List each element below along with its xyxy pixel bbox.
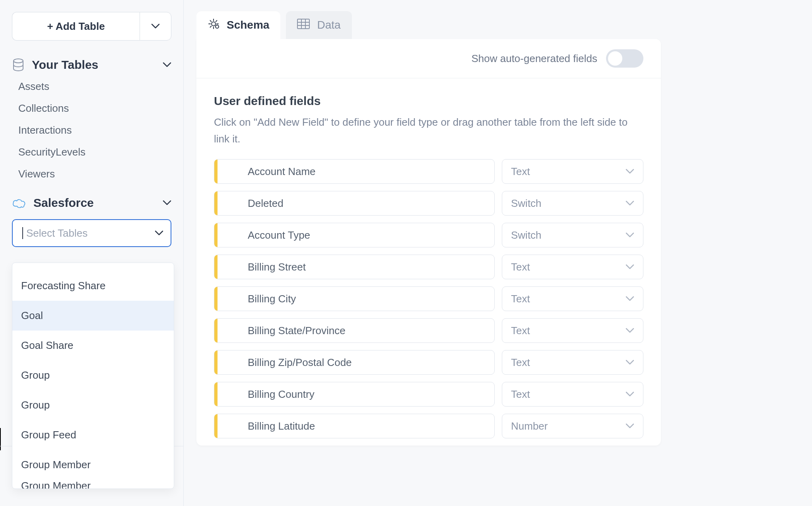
field-accent-bar — [214, 414, 218, 438]
field-accent-bar — [214, 382, 218, 406]
main-content: Schema Data Show auto-generated fields — [184, 0, 812, 506]
panel: Show auto-generated fields User defined … — [196, 39, 661, 446]
field-name-text: Account Name — [248, 165, 316, 178]
field-accent-bar — [214, 223, 218, 247]
salesforce-section-header[interactable]: Salesforce — [12, 192, 171, 214]
field-name-cell[interactable]: Account Name — [214, 159, 495, 184]
add-table-button[interactable]: + Add Table — [12, 12, 140, 41]
dropdown-item-partial — [12, 263, 174, 271]
field-name-cell[interactable]: Billing City — [214, 286, 495, 311]
dropdown-item[interactable]: Group — [12, 390, 174, 420]
select-tables-input[interactable]: Select Tables — [12, 219, 171, 247]
svg-point-2 — [216, 25, 219, 28]
field-name-cell[interactable]: Account Type — [214, 223, 495, 247]
field-type-text: Switch — [511, 229, 626, 241]
field-name-cell[interactable]: Billing Country — [214, 382, 495, 407]
field-type-select[interactable]: Text — [502, 382, 643, 407]
field-type-text: Number — [511, 420, 626, 432]
field-name-text: Billing Country — [248, 388, 315, 401]
database-icon — [12, 58, 25, 71]
chevron-down-icon — [151, 23, 160, 29]
dropdown-item[interactable]: Group Member — [12, 450, 174, 480]
field-type-text: Text — [511, 165, 626, 178]
dropdown-item[interactable]: Group Feed — [12, 420, 174, 450]
field-row: Billing LatitudeNumber — [214, 414, 643, 438]
field-name-text: Deleted — [248, 197, 284, 210]
chevron-down-icon — [163, 200, 171, 206]
chevron-down-icon — [626, 200, 634, 206]
field-row: Billing StreetText — [214, 255, 643, 279]
field-row: Account NameText — [214, 159, 643, 184]
field-type-select[interactable]: Switch — [502, 223, 643, 247]
dropdown-item[interactable]: Goal Share — [12, 331, 174, 360]
field-type-select[interactable]: Text — [502, 350, 643, 375]
sidebar-item-table[interactable]: SecurityLevels — [12, 141, 171, 163]
chevron-down-icon — [626, 360, 634, 365]
chevron-down-icon — [626, 169, 634, 174]
field-row: Billing CountryText — [214, 382, 643, 407]
dropdown-item[interactable]: Group — [12, 360, 174, 390]
field-name-text: Account Type — [248, 229, 310, 241]
salesforce-title: Salesforce — [33, 196, 155, 210]
field-type-select[interactable]: Text — [502, 286, 643, 311]
field-type-text: Text — [511, 388, 626, 401]
field-type-text: Text — [511, 356, 626, 369]
field-accent-bar — [214, 350, 218, 374]
svg-rect-3 — [297, 19, 309, 29]
chevron-down-icon — [626, 232, 634, 238]
field-row: Billing CityText — [214, 286, 643, 311]
sidebar-item-table[interactable]: Assets — [12, 76, 171, 97]
field-type-select[interactable]: Text — [502, 318, 643, 343]
tab-schema-label: Schema — [227, 19, 269, 31]
field-row: Account TypeSwitch — [214, 223, 643, 247]
field-type-select[interactable]: Text — [502, 159, 643, 184]
auto-generated-toggle-label: Show auto-generated fields — [471, 53, 597, 65]
dropdown-item-partial: Group Member — [12, 480, 174, 488]
tab-data[interactable]: Data — [286, 11, 352, 39]
chevron-down-icon — [626, 296, 634, 302]
chevron-down-icon — [155, 230, 163, 236]
sidebar-item-table[interactable]: Viewers — [12, 163, 171, 185]
field-name-cell[interactable]: Billing Street — [214, 255, 495, 279]
tab-data-label: Data — [317, 19, 340, 31]
chevron-down-icon — [626, 328, 634, 333]
field-name-text: Billing Latitude — [248, 420, 315, 432]
field-type-select[interactable]: Text — [502, 255, 643, 279]
field-accent-bar — [214, 160, 218, 183]
chevron-down-icon — [626, 423, 634, 429]
toggle-knob — [608, 51, 622, 66]
your-tables-section-header[interactable]: Your Tables — [12, 54, 171, 76]
field-name-cell[interactable]: Billing Latitude — [214, 414, 495, 438]
dropdown-item[interactable]: Goal — [12, 301, 174, 331]
field-name-cell[interactable]: Billing State/Province — [214, 318, 495, 343]
field-type-select[interactable]: Switch — [502, 191, 643, 216]
add-table-dropdown-button[interactable] — [140, 12, 171, 41]
chevron-down-icon — [626, 391, 634, 397]
field-name-cell[interactable]: Deleted — [214, 191, 495, 216]
field-accent-bar — [214, 255, 218, 279]
field-name-cell[interactable]: Billing Zip/Postal Code — [214, 350, 495, 375]
field-name-text: Billing Zip/Postal Code — [248, 356, 352, 369]
your-tables-title: Your Tables — [32, 58, 155, 72]
dropdown-item[interactable]: Forecasting Share — [12, 271, 174, 301]
field-accent-bar — [214, 319, 218, 343]
field-accent-bar — [214, 191, 218, 215]
field-row: Billing State/ProvinceText — [214, 318, 643, 343]
select-tables-placeholder: Select Tables — [26, 227, 155, 239]
field-type-select[interactable]: Number — [502, 414, 643, 438]
field-name-text: Billing State/Province — [248, 325, 346, 337]
tab-schema[interactable]: Schema — [196, 11, 280, 39]
cloud-icon — [12, 198, 26, 208]
chevron-down-icon — [163, 62, 171, 68]
select-tables-dropdown: Forecasting ShareGoalGoal ShareGroupGrou… — [12, 263, 174, 489]
user-defined-fields-title: User defined fields — [214, 94, 643, 108]
sidebar-item-table[interactable]: Interactions — [12, 119, 171, 141]
auto-generated-toggle[interactable] — [606, 49, 643, 68]
field-type-text: Text — [511, 261, 626, 273]
table-icon — [297, 19, 310, 32]
user-defined-fields-description: Click on "Add New Field" to define your … — [214, 114, 635, 147]
field-row: Billing Zip/Postal CodeText — [214, 350, 643, 375]
sidebar-item-table[interactable]: Collections — [12, 97, 171, 119]
gear-icon — [208, 18, 220, 33]
field-name-text: Billing City — [248, 293, 296, 305]
